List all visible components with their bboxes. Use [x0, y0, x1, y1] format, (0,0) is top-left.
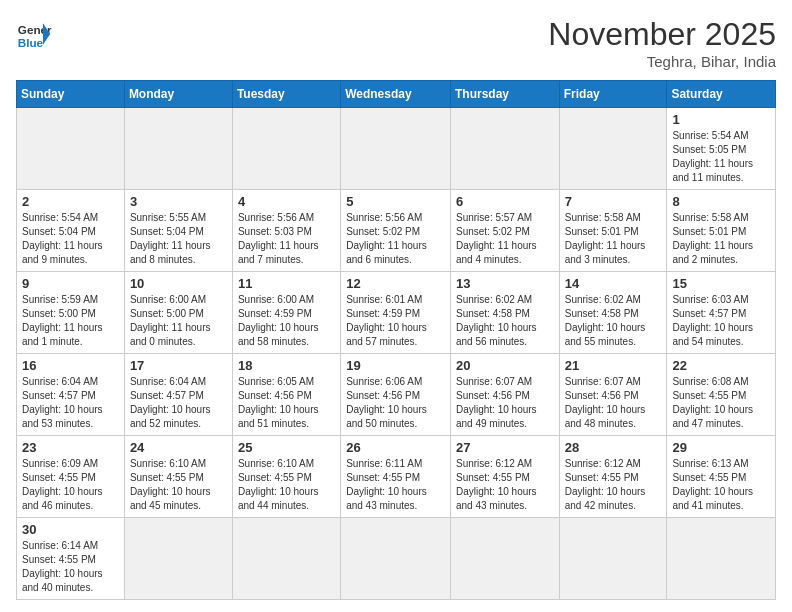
weekday-header-thursday: Thursday — [450, 81, 559, 108]
day-number: 23 — [22, 440, 119, 455]
day-info: Sunrise: 6:07 AM Sunset: 4:56 PM Dayligh… — [565, 375, 662, 431]
day-info: Sunrise: 5:54 AM Sunset: 5:05 PM Dayligh… — [672, 129, 770, 185]
day-info: Sunrise: 6:10 AM Sunset: 4:55 PM Dayligh… — [238, 457, 335, 513]
calendar-cell: 25Sunrise: 6:10 AM Sunset: 4:55 PM Dayli… — [232, 436, 340, 518]
logo: General Blue — [16, 16, 52, 52]
calendar-cell: 17Sunrise: 6:04 AM Sunset: 4:57 PM Dayli… — [124, 354, 232, 436]
day-number: 19 — [346, 358, 445, 373]
calendar-cell: 18Sunrise: 6:05 AM Sunset: 4:56 PM Dayli… — [232, 354, 340, 436]
calendar-cell — [232, 518, 340, 600]
calendar-cell — [341, 518, 451, 600]
calendar-cell — [232, 108, 340, 190]
day-info: Sunrise: 6:05 AM Sunset: 4:56 PM Dayligh… — [238, 375, 335, 431]
calendar-row: 9Sunrise: 5:59 AM Sunset: 5:00 PM Daylig… — [17, 272, 776, 354]
day-info: Sunrise: 5:58 AM Sunset: 5:01 PM Dayligh… — [565, 211, 662, 267]
calendar-cell: 15Sunrise: 6:03 AM Sunset: 4:57 PM Dayli… — [667, 272, 776, 354]
calendar-cell: 4Sunrise: 5:56 AM Sunset: 5:03 PM Daylig… — [232, 190, 340, 272]
calendar-cell: 2Sunrise: 5:54 AM Sunset: 5:04 PM Daylig… — [17, 190, 125, 272]
day-number: 1 — [672, 112, 770, 127]
day-info: Sunrise: 6:06 AM Sunset: 4:56 PM Dayligh… — [346, 375, 445, 431]
day-info: Sunrise: 6:07 AM Sunset: 4:56 PM Dayligh… — [456, 375, 554, 431]
calendar-cell: 12Sunrise: 6:01 AM Sunset: 4:59 PM Dayli… — [341, 272, 451, 354]
day-number: 22 — [672, 358, 770, 373]
day-number: 27 — [456, 440, 554, 455]
calendar-cell: 16Sunrise: 6:04 AM Sunset: 4:57 PM Dayli… — [17, 354, 125, 436]
weekday-header-friday: Friday — [559, 81, 667, 108]
day-info: Sunrise: 5:56 AM Sunset: 5:02 PM Dayligh… — [346, 211, 445, 267]
day-info: Sunrise: 6:09 AM Sunset: 4:55 PM Dayligh… — [22, 457, 119, 513]
weekday-header-monday: Monday — [124, 81, 232, 108]
weekday-header-wednesday: Wednesday — [341, 81, 451, 108]
calendar-cell: 9Sunrise: 5:59 AM Sunset: 5:00 PM Daylig… — [17, 272, 125, 354]
calendar-row: 30Sunrise: 6:14 AM Sunset: 4:55 PM Dayli… — [17, 518, 776, 600]
calendar-cell — [667, 518, 776, 600]
day-info: Sunrise: 6:02 AM Sunset: 4:58 PM Dayligh… — [456, 293, 554, 349]
page-header: General Blue November 2025 Teghra, Bihar… — [16, 16, 776, 70]
calendar-row: 23Sunrise: 6:09 AM Sunset: 4:55 PM Dayli… — [17, 436, 776, 518]
day-info: Sunrise: 6:04 AM Sunset: 4:57 PM Dayligh… — [22, 375, 119, 431]
weekday-header-sunday: Sunday — [17, 81, 125, 108]
day-info: Sunrise: 6:10 AM Sunset: 4:55 PM Dayligh… — [130, 457, 227, 513]
calendar-cell: 27Sunrise: 6:12 AM Sunset: 4:55 PM Dayli… — [450, 436, 559, 518]
day-number: 6 — [456, 194, 554, 209]
day-number: 3 — [130, 194, 227, 209]
day-info: Sunrise: 6:03 AM Sunset: 4:57 PM Dayligh… — [672, 293, 770, 349]
title-section: November 2025 Teghra, Bihar, India — [548, 16, 776, 70]
month-title: November 2025 — [548, 16, 776, 53]
calendar-cell: 23Sunrise: 6:09 AM Sunset: 4:55 PM Dayli… — [17, 436, 125, 518]
day-number: 4 — [238, 194, 335, 209]
calendar-cell: 26Sunrise: 6:11 AM Sunset: 4:55 PM Dayli… — [341, 436, 451, 518]
day-info: Sunrise: 5:55 AM Sunset: 5:04 PM Dayligh… — [130, 211, 227, 267]
calendar-cell: 30Sunrise: 6:14 AM Sunset: 4:55 PM Dayli… — [17, 518, 125, 600]
calendar-cell — [450, 108, 559, 190]
day-info: Sunrise: 6:08 AM Sunset: 4:55 PM Dayligh… — [672, 375, 770, 431]
calendar-cell: 5Sunrise: 5:56 AM Sunset: 5:02 PM Daylig… — [341, 190, 451, 272]
day-info: Sunrise: 6:11 AM Sunset: 4:55 PM Dayligh… — [346, 457, 445, 513]
day-number: 26 — [346, 440, 445, 455]
day-info: Sunrise: 6:02 AM Sunset: 4:58 PM Dayligh… — [565, 293, 662, 349]
location-subtitle: Teghra, Bihar, India — [548, 53, 776, 70]
day-number: 8 — [672, 194, 770, 209]
weekday-header-row: SundayMondayTuesdayWednesdayThursdayFrid… — [17, 81, 776, 108]
calendar-cell: 11Sunrise: 6:00 AM Sunset: 4:59 PM Dayli… — [232, 272, 340, 354]
day-info: Sunrise: 6:04 AM Sunset: 4:57 PM Dayligh… — [130, 375, 227, 431]
day-info: Sunrise: 5:54 AM Sunset: 5:04 PM Dayligh… — [22, 211, 119, 267]
calendar-cell — [341, 108, 451, 190]
day-number: 29 — [672, 440, 770, 455]
calendar-cell: 19Sunrise: 6:06 AM Sunset: 4:56 PM Dayli… — [341, 354, 451, 436]
calendar-row: 16Sunrise: 6:04 AM Sunset: 4:57 PM Dayli… — [17, 354, 776, 436]
day-number: 24 — [130, 440, 227, 455]
weekday-header-tuesday: Tuesday — [232, 81, 340, 108]
day-info: Sunrise: 6:01 AM Sunset: 4:59 PM Dayligh… — [346, 293, 445, 349]
day-info: Sunrise: 5:57 AM Sunset: 5:02 PM Dayligh… — [456, 211, 554, 267]
calendar-cell — [559, 518, 667, 600]
calendar-cell — [124, 518, 232, 600]
day-number: 15 — [672, 276, 770, 291]
day-info: Sunrise: 6:12 AM Sunset: 4:55 PM Dayligh… — [456, 457, 554, 513]
day-number: 25 — [238, 440, 335, 455]
calendar-cell — [559, 108, 667, 190]
day-info: Sunrise: 6:12 AM Sunset: 4:55 PM Dayligh… — [565, 457, 662, 513]
day-number: 2 — [22, 194, 119, 209]
calendar-cell: 7Sunrise: 5:58 AM Sunset: 5:01 PM Daylig… — [559, 190, 667, 272]
calendar-cell: 22Sunrise: 6:08 AM Sunset: 4:55 PM Dayli… — [667, 354, 776, 436]
day-info: Sunrise: 6:00 AM Sunset: 5:00 PM Dayligh… — [130, 293, 227, 349]
calendar-cell: 14Sunrise: 6:02 AM Sunset: 4:58 PM Dayli… — [559, 272, 667, 354]
calendar-cell — [17, 108, 125, 190]
day-number: 21 — [565, 358, 662, 373]
day-number: 14 — [565, 276, 662, 291]
day-number: 10 — [130, 276, 227, 291]
day-info: Sunrise: 5:59 AM Sunset: 5:00 PM Dayligh… — [22, 293, 119, 349]
calendar-cell: 13Sunrise: 6:02 AM Sunset: 4:58 PM Dayli… — [450, 272, 559, 354]
calendar-table: SundayMondayTuesdayWednesdayThursdayFrid… — [16, 80, 776, 600]
calendar-cell: 24Sunrise: 6:10 AM Sunset: 4:55 PM Dayli… — [124, 436, 232, 518]
day-number: 28 — [565, 440, 662, 455]
day-info: Sunrise: 6:13 AM Sunset: 4:55 PM Dayligh… — [672, 457, 770, 513]
day-number: 17 — [130, 358, 227, 373]
day-number: 11 — [238, 276, 335, 291]
day-number: 5 — [346, 194, 445, 209]
day-info: Sunrise: 6:14 AM Sunset: 4:55 PM Dayligh… — [22, 539, 119, 595]
calendar-cell: 21Sunrise: 6:07 AM Sunset: 4:56 PM Dayli… — [559, 354, 667, 436]
calendar-cell: 10Sunrise: 6:00 AM Sunset: 5:00 PM Dayli… — [124, 272, 232, 354]
calendar-cell: 6Sunrise: 5:57 AM Sunset: 5:02 PM Daylig… — [450, 190, 559, 272]
